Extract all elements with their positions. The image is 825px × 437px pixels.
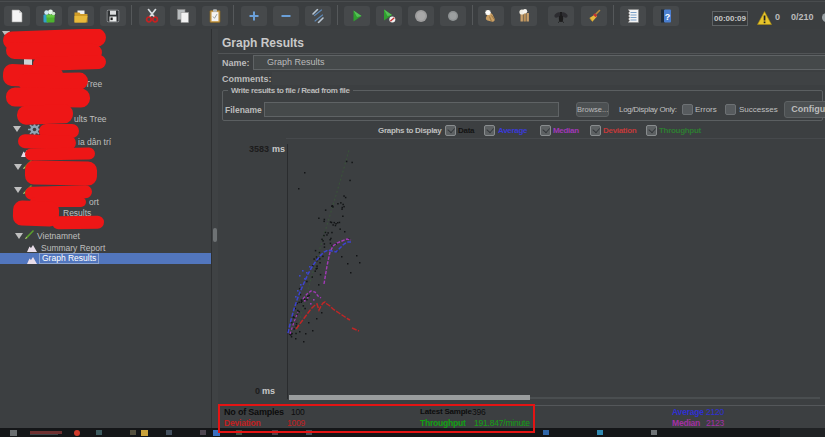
- svg-text:?: ?: [665, 12, 671, 22]
- svg-text:ms: ms: [262, 386, 275, 396]
- svg-text:ms: ms: [272, 144, 285, 154]
- svg-text:3583: 3583: [249, 144, 269, 154]
- svg-text:0: 0: [255, 386, 260, 396]
